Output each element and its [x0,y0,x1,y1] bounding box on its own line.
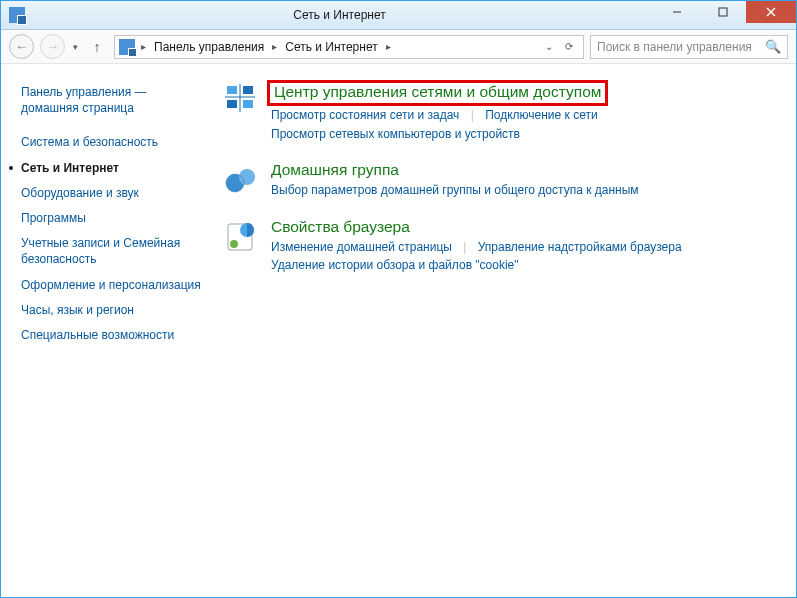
category-homegroup: Домашняя группа Выбор параметров домашне… [225,161,776,200]
search-placeholder: Поиск в панели управления [597,40,765,54]
sidebar-item-accounts-family[interactable]: Учетные записи и Семейная безопасность [21,235,201,267]
category-title-internet-options[interactable]: Свойства браузера [271,218,410,236]
link-connect-network[interactable]: Подключение к сети [485,108,597,122]
up-button[interactable]: ↑ [86,36,108,58]
window-controls [654,1,796,29]
search-icon[interactable]: 🔍 [765,39,781,54]
sidebar-item-appearance[interactable]: Оформление и персонализация [21,277,201,293]
homegroup-icon [225,163,259,197]
history-dropdown-icon[interactable]: ▾ [71,42,80,52]
address-icon [119,39,135,55]
breadcrumb-item-2[interactable]: Сеть и Интернет [279,36,383,58]
forward-button[interactable]: → [40,34,65,59]
sidebar-item-system-security[interactable]: Система и безопасность [21,134,201,150]
sidebar: Панель управления — домашняя страница Си… [1,64,211,597]
category-title-homegroup[interactable]: Домашняя группа [271,161,399,179]
link-homegroup-settings[interactable]: Выбор параметров домашней группы и общег… [271,183,639,197]
minimize-button[interactable] [654,1,700,23]
sidebar-item-clock-language[interactable]: Часы, язык и регион [21,302,201,318]
link-view-network-status[interactable]: Просмотр состояния сети и задач [271,108,459,122]
chevron-right-icon[interactable]: ▸ [270,41,279,52]
highlight-annotation: Центр управления сетями и общим доступом [267,80,608,106]
category-internet-options: Свойства браузера Изменение домашней стр… [225,218,776,275]
address-row: ← → ▾ ↑ ▸ Панель управления ▸ Сеть и Инт… [1,30,796,64]
sidebar-item-hardware-sound[interactable]: Оборудование и звук [21,185,201,201]
network-sharing-icon [225,84,259,118]
search-input[interactable]: Поиск в панели управления 🔍 [590,35,788,59]
maximize-button[interactable] [700,1,746,23]
sidebar-item-programs[interactable]: Программы [21,210,201,226]
app-icon [9,7,25,23]
address-bar[interactable]: ▸ Панель управления ▸ Сеть и Интернет ▸ … [114,35,584,59]
link-change-homepage[interactable]: Изменение домашней страницы [271,240,452,254]
chevron-right-icon[interactable]: ▸ [384,41,393,52]
svg-rect-6 [227,100,237,108]
chevron-right-icon[interactable]: ▸ [139,41,148,52]
sidebar-home[interactable]: Панель управления — домашняя страница [21,84,201,116]
main-area: Панель управления — домашняя страница Си… [1,64,796,597]
sidebar-item-network-internet[interactable]: Сеть и Интернет [21,160,201,176]
back-button[interactable]: ← [9,34,34,59]
titlebar: Сеть и Интернет [1,1,796,30]
category-network-sharing: Центр управления сетями и общим доступом… [225,82,776,143]
svg-rect-5 [243,86,253,94]
window-title: Сеть и Интернет [25,8,654,22]
internet-options-icon [225,220,259,254]
category-title-network-sharing[interactable]: Центр управления сетями и общим доступом [274,83,601,101]
svg-rect-7 [243,100,253,108]
breadcrumb-item-1[interactable]: Панель управления [148,36,270,58]
content-pane: Центр управления сетями и общим доступом… [211,64,796,597]
address-dropdown-icon[interactable]: ⌄ [541,41,557,52]
refresh-icon[interactable]: ⟳ [561,41,577,52]
svg-rect-4 [227,86,237,94]
link-view-network-devices[interactable]: Просмотр сетевых компьютеров и устройств [271,127,520,141]
link-delete-history-cookies[interactable]: Удаление истории обзора и файлов "cookie… [271,258,519,272]
svg-rect-1 [719,8,727,16]
svg-point-15 [230,240,238,248]
close-button[interactable] [746,1,796,23]
sidebar-item-accessibility[interactable]: Специальные возможности [21,327,201,343]
link-manage-addons[interactable]: Управление надстройками браузера [478,240,682,254]
